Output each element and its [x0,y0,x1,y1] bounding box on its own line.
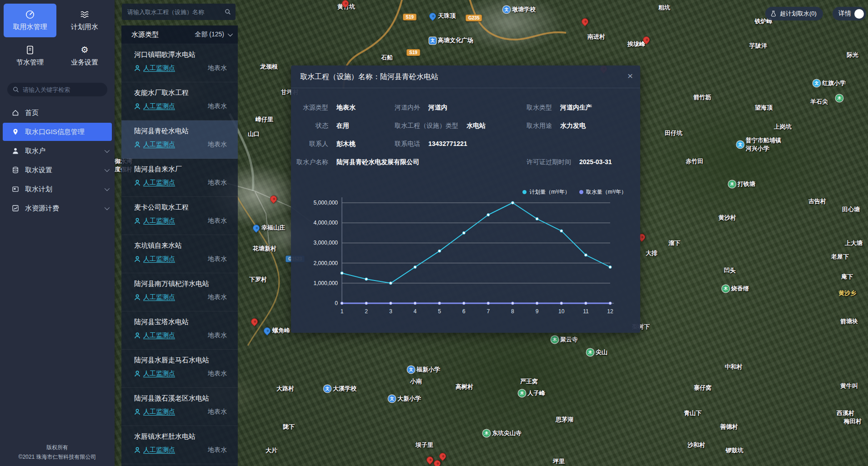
sidebar-item-water-users[interactable]: 取水户 [0,142,115,160]
map-poi-school[interactable]: 文大溪学校 [324,385,356,393]
module-water-saving-mgmt[interactable]: 节水管理 [4,39,56,73]
station-list-item[interactable]: 陆河县激石溪老区水电站 人工监测点 地表水 [121,388,238,426]
close-icon[interactable]: × [627,71,633,80]
monitor-point-link[interactable]: 人工监测点 [134,140,175,149]
school-icon[interactable]: 文 [503,6,510,13]
station-list-item[interactable]: 陆河县水唇走马石水电站 人工监测点 地表水 [121,350,238,388]
station-list-item[interactable]: 陆河县自来水厂 人工监测点 地表水 [121,159,238,197]
sidebar-item-intake-plan[interactable]: 取水计划 [0,180,115,198]
tree-icon[interactable]: 木 [722,285,729,292]
sidebar-search-box[interactable] [7,83,107,96]
map-poi-blue-pin[interactable]: 幸福山庄 [253,224,285,232]
field-取水工程（设施）类型: 取水工程（设施）类型水电站 [395,122,486,130]
module-business-settings[interactable]: ⚙ 业务设置 [58,39,111,73]
monitor-point-link[interactable]: 人工监测点 [134,293,175,301]
map-poi-school[interactable]: 文大新小学 [388,395,421,403]
tree-icon[interactable]: 木 [551,336,558,343]
map-poi-cyan[interactable]: 文红旗小学 [813,79,846,87]
station-list-item[interactable]: 友能水厂取水工程 人工监测点 地表水 [121,82,238,120]
sidebar-item-gis-info[interactable]: 取水口GIS信息管理 [3,123,112,141]
school-icon[interactable]: 文 [813,80,820,87]
sidebar-item-home[interactable]: 首页 [0,104,115,122]
map-place-label: 嶂仔里 [256,115,273,124]
intake-chart: 01,000,0002,000,0003,000,0004,000,0005,0… [309,186,627,322]
field-label: 水源类型 [291,104,328,112]
station-list-item[interactable]: 东坑镇自来水站 人工监测点 地表水 [121,235,238,273]
module-planned-water[interactable]: 计划用水 [58,4,111,37]
map-poi-school[interactable]: 文福新小学 [407,366,440,374]
tree-icon[interactable]: 木 [518,390,526,397]
monitor-point-label: 人工监测点 [143,64,175,72]
monitor-point-link[interactable]: 人工监测点 [134,102,175,110]
map-poi-blue-pin[interactable]: 螺角峰 [264,326,290,335]
map-poi-green[interactable]: 木打铁塘 [728,180,755,188]
user-icon [12,147,19,155]
school-icon[interactable]: 文 [737,141,744,148]
tree-icon[interactable]: 木 [728,180,736,188]
legend-item[interactable]: 取水量（m³/年） [579,188,627,196]
monitor-point-label: 人工监测点 [143,370,175,378]
field-value: 2025-03-31 [579,158,612,166]
monitor-point-link[interactable]: 人工监测点 [134,446,175,454]
field-value: 彭木桃 [336,140,356,148]
blue-map-pin-icon[interactable] [262,326,272,335]
map-poi-green[interactable]: 木烧香缙 [722,285,749,293]
legend-item[interactable]: 计划量（m³/年） [522,188,570,196]
monitor-point-link[interactable]: 人工监测点 [134,408,175,416]
station-list-item[interactable]: 麦卡公司取水工程 人工监测点 地表水 [121,197,238,235]
station-list-item[interactable]: 陆河县南万镇杞洋水电站 人工监测点 地表水 [121,273,238,311]
blue-map-pin-icon[interactable] [251,223,261,232]
tree-icon[interactable]: 木 [836,95,843,102]
journal-icon [25,45,35,55]
station-search-input[interactable] [127,9,225,15]
tree-icon[interactable]: 木 [483,430,490,437]
field-label: 取水户名称 [291,158,328,166]
station-list-item[interactable]: 河口镇唱歌潭水电站 人工监测点 地表水 [121,44,238,82]
monitor-point-link[interactable]: 人工监测点 [134,370,175,378]
map-poi-cyan[interactable]: 文普宁市船埔镇 河兴小学 [737,136,781,153]
map-poi-blue-pin[interactable]: 天珠顶 [429,12,456,20]
building-icon[interactable]: 文 [429,37,436,44]
over-plan-intake-button[interactable]: 超计划取水(0) [765,7,823,20]
monitor-point-link[interactable]: 人工监测点 [134,217,175,225]
source-type-dropdown[interactable]: 全部 (125) [195,30,231,39]
tree-icon[interactable]: 木 [587,349,594,356]
map-poi-green[interactable]: 木人子峰 [518,389,545,397]
search-icon[interactable] [225,9,231,15]
modal-title: 取水工程（设施）名称：陆河县青砼水电站 [291,65,640,88]
svg-text:3,000,000: 3,000,000 [314,240,338,246]
map-poi-green[interactable]: 木东坑尖山寺 [483,429,522,437]
map-poi-green[interactable]: 木聚云寺 [551,336,578,344]
monitor-point-link[interactable]: 人工监测点 [134,179,175,187]
map-place-label: 上岗坑 [774,123,792,131]
station-list-item[interactable]: 陆河县青砼水电站 人工监测点 地表水 [121,120,238,159]
field-label: 联系电话 [395,140,420,148]
station-list-item[interactable]: 陆河县宝塔水电站 人工监测点 地表水 [121,311,238,350]
sidebar-item-intake-settings[interactable]: 取水设置 [0,161,115,179]
field-value: 在用 [336,122,349,130]
map-poi-school[interactable]: 文墩塘学校 [503,5,536,14]
map-place-label: 山口 [248,130,260,138]
chevron-down-icon [105,205,110,210]
map-poi-green[interactable]: 木尖山 [587,348,607,356]
chevron-down-icon [105,167,110,172]
school-icon[interactable]: 文 [324,385,331,392]
school-icon[interactable]: 文 [388,395,396,402]
school-icon[interactable]: 文 [407,366,415,373]
station-name: 陆河县南万镇杞洋水电站 [134,280,227,288]
monitor-point-link[interactable]: 人工监测点 [134,255,175,263]
map-poi-building[interactable]: 文高塘文化广场 [429,36,473,45]
blue-map-pin-icon[interactable] [428,11,437,20]
sidebar-search-input[interactable] [23,86,102,93]
field-label: 取水工程（设施）类型 [395,122,458,130]
module-water-intake-mgmt[interactable]: 取用水管理 [4,4,56,37]
station-name: 陆河县自来水厂 [134,165,227,174]
sidebar-item-water-billing[interactable]: 水资源计费 [0,199,115,217]
monitor-point-link[interactable]: 人工监测点 [134,64,175,72]
station-search-box[interactable] [122,4,236,20]
monitor-point-link[interactable]: 人工监测点 [134,331,175,340]
toggle-knob-icon[interactable] [854,9,864,19]
detail-toggle[interactable]: 详情 [833,7,866,20]
station-list-item[interactable]: 水唇镇水栏肚水电站 人工监测点 地表水 [121,426,238,464]
map-poi-label: 大新小学 [397,395,421,403]
